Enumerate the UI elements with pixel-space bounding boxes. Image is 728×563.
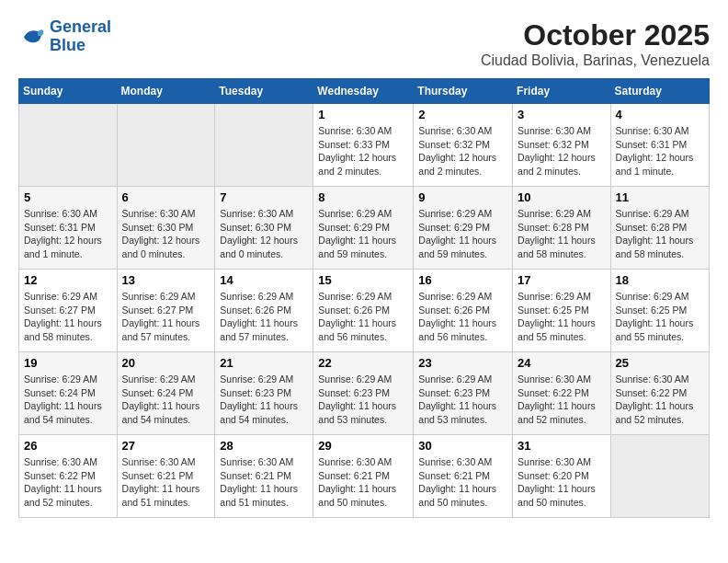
logo-icon	[18, 23, 46, 51]
calendar-cell: 14Sunrise: 6:29 AM Sunset: 6:26 PM Dayli…	[215, 270, 313, 352]
month-title: October 2025	[481, 18, 710, 52]
calendar-cell: 31Sunrise: 6:30 AM Sunset: 6:20 PM Dayli…	[513, 435, 611, 518]
calendar-cell: 29Sunrise: 6:30 AM Sunset: 6:21 PM Dayli…	[313, 435, 414, 518]
day-info: Sunrise: 6:30 AM Sunset: 6:31 PM Dayligh…	[616, 124, 704, 178]
day-number: 8	[318, 190, 408, 204]
calendar-cell: 25Sunrise: 6:30 AM Sunset: 6:22 PM Dayli…	[610, 352, 709, 435]
day-info: Sunrise: 6:29 AM Sunset: 6:24 PM Dayligh…	[24, 373, 112, 427]
calendar-week-row: 12Sunrise: 6:29 AM Sunset: 6:27 PM Dayli…	[19, 270, 710, 352]
day-info: Sunrise: 6:29 AM Sunset: 6:25 PM Dayligh…	[616, 290, 704, 344]
calendar-cell: 16Sunrise: 6:29 AM Sunset: 6:26 PM Dayli…	[414, 270, 513, 352]
calendar-header: SundayMondayTuesdayWednesdayThursdayFrid…	[19, 79, 710, 104]
day-info: Sunrise: 6:29 AM Sunset: 6:29 PM Dayligh…	[418, 207, 507, 261]
day-info: Sunrise: 6:29 AM Sunset: 6:25 PM Dayligh…	[518, 290, 606, 344]
day-number: 6	[122, 190, 210, 204]
day-number: 26	[24, 439, 112, 453]
day-info: Sunrise: 6:30 AM Sunset: 6:22 PM Dayligh…	[616, 373, 704, 427]
calendar-cell: 9Sunrise: 6:29 AM Sunset: 6:29 PM Daylig…	[414, 187, 513, 270]
day-number: 12	[24, 273, 112, 287]
day-number: 14	[220, 273, 308, 287]
day-info: Sunrise: 6:30 AM Sunset: 6:32 PM Dayligh…	[518, 124, 606, 178]
calendar-cell	[117, 104, 215, 187]
day-number: 7	[220, 190, 308, 204]
weekday-header: Thursday	[414, 79, 513, 104]
day-info: Sunrise: 6:29 AM Sunset: 6:23 PM Dayligh…	[220, 373, 308, 427]
calendar-cell	[610, 435, 709, 518]
calendar-cell: 27Sunrise: 6:30 AM Sunset: 6:21 PM Dayli…	[117, 435, 215, 518]
day-number: 13	[122, 273, 210, 287]
calendar-week-row: 5Sunrise: 6:30 AM Sunset: 6:31 PM Daylig…	[19, 187, 710, 270]
day-info: Sunrise: 6:29 AM Sunset: 6:23 PM Dayligh…	[418, 373, 507, 427]
day-number: 23	[418, 356, 507, 370]
calendar-cell: 5Sunrise: 6:30 AM Sunset: 6:31 PM Daylig…	[19, 187, 118, 270]
day-info: Sunrise: 6:30 AM Sunset: 6:31 PM Dayligh…	[24, 207, 112, 261]
day-number: 18	[616, 273, 704, 287]
calendar-cell: 12Sunrise: 6:29 AM Sunset: 6:27 PM Dayli…	[19, 270, 118, 352]
day-info: Sunrise: 6:30 AM Sunset: 6:22 PM Dayligh…	[518, 373, 606, 427]
calendar-week-row: 26Sunrise: 6:30 AM Sunset: 6:22 PM Dayli…	[19, 435, 710, 518]
day-info: Sunrise: 6:29 AM Sunset: 6:28 PM Dayligh…	[518, 207, 606, 261]
day-number: 20	[122, 356, 210, 370]
day-number: 1	[318, 108, 408, 121]
day-info: Sunrise: 6:29 AM Sunset: 6:27 PM Dayligh…	[122, 290, 210, 344]
day-info: Sunrise: 6:29 AM Sunset: 6:23 PM Dayligh…	[318, 373, 408, 427]
calendar-cell: 8Sunrise: 6:29 AM Sunset: 6:29 PM Daylig…	[313, 187, 414, 270]
location-subtitle: Ciudad Bolivia, Barinas, Venezuela	[481, 52, 710, 69]
day-info: Sunrise: 6:30 AM Sunset: 6:21 PM Dayligh…	[318, 455, 408, 510]
day-info: Sunrise: 6:30 AM Sunset: 6:30 PM Dayligh…	[220, 207, 308, 261]
day-number: 4	[616, 108, 704, 121]
calendar-cell: 19Sunrise: 6:29 AM Sunset: 6:24 PM Dayli…	[19, 352, 118, 435]
calendar-cell: 26Sunrise: 6:30 AM Sunset: 6:22 PM Dayli…	[19, 435, 118, 518]
calendar-cell: 6Sunrise: 6:30 AM Sunset: 6:30 PM Daylig…	[117, 187, 215, 270]
day-number: 30	[418, 439, 507, 453]
calendar-cell: 15Sunrise: 6:29 AM Sunset: 6:26 PM Dayli…	[313, 270, 414, 352]
day-info: Sunrise: 6:30 AM Sunset: 6:30 PM Dayligh…	[122, 207, 210, 261]
calendar-cell	[215, 104, 313, 187]
day-number: 24	[518, 356, 606, 370]
day-number: 3	[518, 108, 606, 121]
day-number: 16	[418, 273, 507, 287]
title-area: October 2025 Ciudad Bolivia, Barinas, Ve…	[481, 18, 710, 69]
calendar-cell: 30Sunrise: 6:30 AM Sunset: 6:21 PM Dayli…	[414, 435, 513, 518]
day-info: Sunrise: 6:30 AM Sunset: 6:33 PM Dayligh…	[318, 124, 408, 178]
day-info: Sunrise: 6:30 AM Sunset: 6:21 PM Dayligh…	[122, 455, 210, 510]
day-info: Sunrise: 6:29 AM Sunset: 6:26 PM Dayligh…	[418, 290, 507, 344]
calendar-cell: 28Sunrise: 6:30 AM Sunset: 6:21 PM Dayli…	[215, 435, 313, 518]
calendar-table: SundayMondayTuesdayWednesdayThursdayFrid…	[18, 78, 710, 518]
day-info: Sunrise: 6:30 AM Sunset: 6:21 PM Dayligh…	[418, 455, 507, 510]
calendar-cell: 20Sunrise: 6:29 AM Sunset: 6:24 PM Dayli…	[117, 352, 215, 435]
day-number: 5	[24, 190, 112, 204]
day-number: 27	[122, 439, 210, 453]
calendar-cell: 17Sunrise: 6:29 AM Sunset: 6:25 PM Dayli…	[513, 270, 611, 352]
day-number: 2	[418, 108, 507, 121]
weekday-header: Friday	[513, 79, 611, 104]
day-info: Sunrise: 6:30 AM Sunset: 6:32 PM Dayligh…	[418, 124, 507, 178]
calendar-cell: 2Sunrise: 6:30 AM Sunset: 6:32 PM Daylig…	[414, 104, 513, 187]
calendar-cell: 3Sunrise: 6:30 AM Sunset: 6:32 PM Daylig…	[513, 104, 611, 187]
weekday-header: Saturday	[610, 79, 709, 104]
day-info: Sunrise: 6:29 AM Sunset: 6:26 PM Dayligh…	[318, 290, 408, 344]
calendar-week-row: 19Sunrise: 6:29 AM Sunset: 6:24 PM Dayli…	[19, 352, 710, 435]
calendar-cell: 7Sunrise: 6:30 AM Sunset: 6:30 PM Daylig…	[215, 187, 313, 270]
day-info: Sunrise: 6:29 AM Sunset: 6:27 PM Dayligh…	[24, 290, 112, 344]
logo: General Blue	[18, 18, 111, 55]
day-number: 9	[418, 190, 507, 204]
weekday-header: Monday	[117, 79, 215, 104]
day-info: Sunrise: 6:30 AM Sunset: 6:20 PM Dayligh…	[518, 455, 606, 510]
day-number: 10	[518, 190, 606, 204]
day-number: 31	[518, 439, 606, 453]
weekday-header: Sunday	[19, 79, 118, 104]
day-number: 19	[24, 356, 112, 370]
calendar-cell: 1Sunrise: 6:30 AM Sunset: 6:33 PM Daylig…	[313, 104, 414, 187]
calendar-cell: 24Sunrise: 6:30 AM Sunset: 6:22 PM Dayli…	[513, 352, 611, 435]
calendar-week-row: 1Sunrise: 6:30 AM Sunset: 6:33 PM Daylig…	[19, 104, 710, 187]
day-info: Sunrise: 6:30 AM Sunset: 6:21 PM Dayligh…	[220, 455, 308, 510]
calendar-cell: 21Sunrise: 6:29 AM Sunset: 6:23 PM Dayli…	[215, 352, 313, 435]
calendar-cell	[19, 104, 118, 187]
weekday-header: Tuesday	[215, 79, 313, 104]
logo-text: General Blue	[50, 18, 111, 55]
day-number: 15	[318, 273, 408, 287]
day-info: Sunrise: 6:29 AM Sunset: 6:29 PM Dayligh…	[318, 207, 408, 261]
calendar-body: 1Sunrise: 6:30 AM Sunset: 6:33 PM Daylig…	[19, 104, 710, 518]
day-number: 25	[616, 356, 704, 370]
